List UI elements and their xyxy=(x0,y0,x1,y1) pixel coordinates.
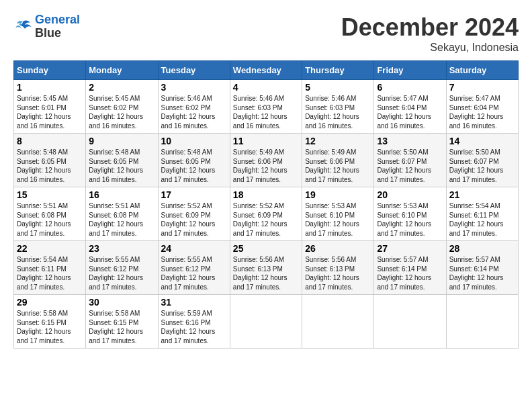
calendar-cell: 19Sunrise: 5:53 AMSunset: 6:10 PMDayligh… xyxy=(302,187,374,241)
weekday-header-friday: Friday xyxy=(374,61,446,80)
day-number: 24 xyxy=(161,243,227,254)
day-info: Sunrise: 5:48 AMSunset: 6:05 PMDaylight:… xyxy=(161,148,227,184)
logo: General Blue xyxy=(13,13,80,40)
weekday-header-wednesday: Wednesday xyxy=(230,61,302,80)
day-info: Sunrise: 5:56 AMSunset: 6:13 PMDaylight:… xyxy=(233,255,299,291)
calendar-cell: 8Sunrise: 5:48 AMSunset: 6:05 PMDaylight… xyxy=(14,134,86,187)
day-info: Sunrise: 5:51 AMSunset: 6:08 PMDaylight:… xyxy=(89,201,154,238)
day-info: Sunrise: 5:49 AMSunset: 6:06 PMDaylight:… xyxy=(233,148,299,184)
day-number: 2 xyxy=(89,82,154,93)
calendar-cell xyxy=(230,295,302,349)
day-info: Sunrise: 5:54 AMSunset: 6:11 PMDaylight:… xyxy=(449,201,515,238)
day-number: 11 xyxy=(233,136,299,146)
calendar-cell: 1Sunrise: 5:45 AMSunset: 6:01 PMDaylight… xyxy=(14,80,86,134)
day-info: Sunrise: 5:51 AMSunset: 6:08 PMDaylight:… xyxy=(17,201,83,238)
weekday-header-sunday: Sunday xyxy=(14,61,86,80)
weekday-header-tuesday: Tuesday xyxy=(158,61,230,80)
calendar-week-1: 1Sunrise: 5:45 AMSunset: 6:01 PMDaylight… xyxy=(14,80,519,134)
day-number: 16 xyxy=(89,189,154,200)
day-number: 28 xyxy=(449,243,515,254)
calendar-cell xyxy=(374,295,446,349)
day-info: Sunrise: 5:54 AMSunset: 6:11 PMDaylight:… xyxy=(17,255,83,291)
calendar-cell: 28Sunrise: 5:57 AMSunset: 6:14 PMDayligh… xyxy=(446,241,518,295)
day-number: 23 xyxy=(89,243,154,254)
logo-line2: Blue xyxy=(35,27,80,40)
calendar-cell: 21Sunrise: 5:54 AMSunset: 6:11 PMDayligh… xyxy=(446,187,518,241)
calendar-cell: 7Sunrise: 5:47 AMSunset: 6:04 PMDaylight… xyxy=(446,80,518,134)
weekday-header-monday: Monday xyxy=(86,61,158,80)
day-info: Sunrise: 5:55 AMSunset: 6:12 PMDaylight:… xyxy=(89,255,154,291)
day-info: Sunrise: 5:46 AMSunset: 6:03 PMDaylight:… xyxy=(305,94,371,130)
day-number: 22 xyxy=(17,243,83,254)
day-info: Sunrise: 5:58 AMSunset: 6:15 PMDaylight:… xyxy=(89,309,154,345)
day-info: Sunrise: 5:48 AMSunset: 6:05 PMDaylight:… xyxy=(89,148,154,184)
day-number: 7 xyxy=(449,82,515,93)
day-info: Sunrise: 5:50 AMSunset: 6:07 PMDaylight:… xyxy=(377,148,443,184)
day-number: 21 xyxy=(449,189,515,200)
logo-line1: General xyxy=(35,13,80,26)
calendar-cell: 16Sunrise: 5:51 AMSunset: 6:08 PMDayligh… xyxy=(86,187,158,241)
day-number: 3 xyxy=(161,82,227,93)
header: General Blue December 2024 Sekayu, Indon… xyxy=(13,13,519,54)
day-info: Sunrise: 5:49 AMSunset: 6:06 PMDaylight:… xyxy=(305,148,371,184)
day-number: 1 xyxy=(17,82,83,93)
day-number: 27 xyxy=(377,243,443,254)
day-info: Sunrise: 5:45 AMSunset: 6:02 PMDaylight:… xyxy=(89,94,154,130)
day-info: Sunrise: 5:47 AMSunset: 6:04 PMDaylight:… xyxy=(449,94,515,130)
calendar-table: SundayMondayTuesdayWednesdayThursdayFrid… xyxy=(13,60,519,349)
day-number: 31 xyxy=(161,297,227,308)
calendar-cell: 15Sunrise: 5:51 AMSunset: 6:08 PMDayligh… xyxy=(14,187,86,241)
calendar-cell: 20Sunrise: 5:53 AMSunset: 6:10 PMDayligh… xyxy=(374,187,446,241)
day-info: Sunrise: 5:46 AMSunset: 6:03 PMDaylight:… xyxy=(233,94,299,130)
day-number: 8 xyxy=(17,136,83,146)
day-info: Sunrise: 5:53 AMSunset: 6:10 PMDaylight:… xyxy=(305,201,371,238)
day-number: 30 xyxy=(89,297,154,308)
title-area: December 2024 Sekayu, Indonesia xyxy=(341,13,519,54)
location-title: Sekayu, Indonesia xyxy=(341,42,519,54)
day-info: Sunrise: 5:58 AMSunset: 6:15 PMDaylight:… xyxy=(17,309,83,345)
calendar-cell: 14Sunrise: 5:50 AMSunset: 6:07 PMDayligh… xyxy=(446,134,518,187)
day-info: Sunrise: 5:52 AMSunset: 6:09 PMDaylight:… xyxy=(233,201,299,238)
day-number: 15 xyxy=(17,189,83,200)
calendar-cell xyxy=(446,295,518,349)
calendar-header: SundayMondayTuesdayWednesdayThursdayFrid… xyxy=(14,61,519,80)
day-info: Sunrise: 5:56 AMSunset: 6:13 PMDaylight:… xyxy=(305,255,371,291)
day-number: 19 xyxy=(305,189,371,200)
calendar-cell: 13Sunrise: 5:50 AMSunset: 6:07 PMDayligh… xyxy=(374,134,446,187)
day-number: 4 xyxy=(233,82,299,93)
day-info: Sunrise: 5:46 AMSunset: 6:02 PMDaylight:… xyxy=(161,94,227,130)
day-number: 25 xyxy=(233,243,299,254)
calendar-week-4: 22Sunrise: 5:54 AMSunset: 6:11 PMDayligh… xyxy=(14,241,519,295)
calendar-cell: 12Sunrise: 5:49 AMSunset: 6:06 PMDayligh… xyxy=(302,134,374,187)
calendar-cell: 4Sunrise: 5:46 AMSunset: 6:03 PMDaylight… xyxy=(230,80,302,134)
day-info: Sunrise: 5:57 AMSunset: 6:14 PMDaylight:… xyxy=(449,255,515,291)
calendar-week-3: 15Sunrise: 5:51 AMSunset: 6:08 PMDayligh… xyxy=(14,187,519,241)
calendar-cell: 29Sunrise: 5:58 AMSunset: 6:15 PMDayligh… xyxy=(14,295,86,349)
logo-icon xyxy=(13,17,32,36)
day-info: Sunrise: 5:48 AMSunset: 6:05 PMDaylight:… xyxy=(17,148,83,184)
day-info: Sunrise: 5:47 AMSunset: 6:04 PMDaylight:… xyxy=(377,94,443,130)
calendar-cell: 30Sunrise: 5:58 AMSunset: 6:15 PMDayligh… xyxy=(86,295,158,349)
calendar-cell: 26Sunrise: 5:56 AMSunset: 6:13 PMDayligh… xyxy=(302,241,374,295)
calendar-cell: 2Sunrise: 5:45 AMSunset: 6:02 PMDaylight… xyxy=(86,80,158,134)
day-number: 17 xyxy=(161,189,227,200)
calendar-cell: 24Sunrise: 5:55 AMSunset: 6:12 PMDayligh… xyxy=(158,241,230,295)
day-number: 9 xyxy=(89,136,154,146)
calendar-cell: 3Sunrise: 5:46 AMSunset: 6:02 PMDaylight… xyxy=(158,80,230,134)
day-number: 26 xyxy=(305,243,371,254)
calendar-week-2: 8Sunrise: 5:48 AMSunset: 6:05 PMDaylight… xyxy=(14,134,519,187)
calendar-cell xyxy=(302,295,374,349)
day-number: 14 xyxy=(449,136,515,146)
logo-text: General Blue xyxy=(35,13,80,40)
day-info: Sunrise: 5:52 AMSunset: 6:09 PMDaylight:… xyxy=(161,201,227,238)
day-info: Sunrise: 5:50 AMSunset: 6:07 PMDaylight:… xyxy=(449,148,515,184)
calendar-cell: 22Sunrise: 5:54 AMSunset: 6:11 PMDayligh… xyxy=(14,241,86,295)
calendar-cell: 25Sunrise: 5:56 AMSunset: 6:13 PMDayligh… xyxy=(230,241,302,295)
day-number: 18 xyxy=(233,189,299,200)
day-info: Sunrise: 5:55 AMSunset: 6:12 PMDaylight:… xyxy=(161,255,227,291)
day-info: Sunrise: 5:57 AMSunset: 6:14 PMDaylight:… xyxy=(377,255,443,291)
day-info: Sunrise: 5:59 AMSunset: 6:16 PMDaylight:… xyxy=(161,309,227,345)
calendar-cell: 17Sunrise: 5:52 AMSunset: 6:09 PMDayligh… xyxy=(158,187,230,241)
day-number: 6 xyxy=(377,82,443,93)
day-number: 12 xyxy=(305,136,371,146)
